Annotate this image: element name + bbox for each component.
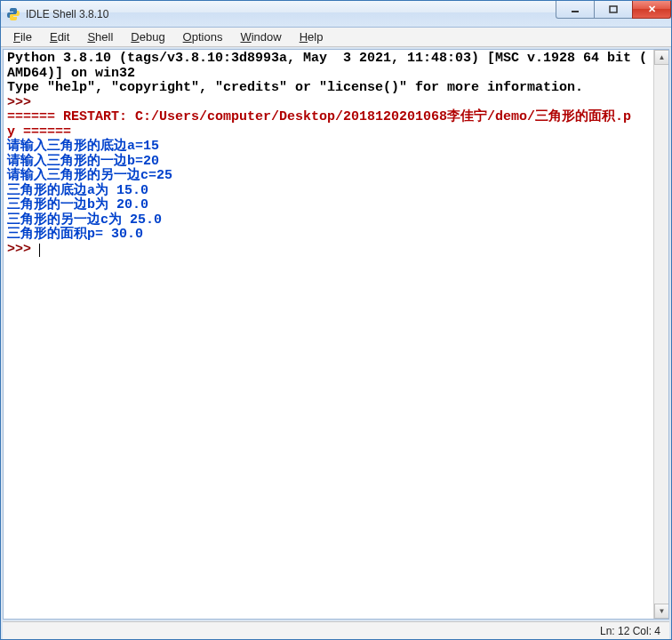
output-line: 三角形的一边b为 20.0 (7, 197, 148, 212)
banner-line: AMD64)] on win32 (7, 66, 135, 81)
menu-help[interactable]: Help (291, 28, 332, 45)
minimize-icon (571, 5, 580, 14)
shell-output[interactable]: Python 3.8.10 (tags/v3.8.10:3d8993a, May… (4, 50, 668, 619)
menu-window[interactable]: Window (231, 28, 290, 45)
statusbar: Ln: 12 Col: 4 (3, 621, 669, 639)
svg-rect-0 (572, 11, 579, 12)
text-cursor (39, 244, 40, 257)
minimize-button[interactable] (556, 1, 595, 19)
menu-edit[interactable]: Edit (41, 28, 78, 45)
close-icon: ✕ (648, 4, 656, 15)
output-line: 请输入三角形的一边b=20 (7, 154, 159, 169)
scroll-up-button[interactable]: ▲ (654, 50, 669, 65)
menu-shell[interactable]: Shell (78, 28, 122, 45)
menu-file[interactable]: File (4, 28, 41, 45)
chevron-down-icon: ▼ (659, 607, 666, 615)
editor-area: Python 3.8.10 (tags/v3.8.10:3d8993a, May… (3, 49, 669, 620)
menu-debug[interactable]: Debug (122, 28, 173, 45)
banner-line: Type "help", "copyright", "credits" or "… (7, 80, 583, 95)
titlebar: IDLE Shell 3.8.10 ✕ (1, 1, 671, 28)
window-controls: ✕ (556, 1, 671, 19)
restart-line: y ====== (7, 124, 71, 140)
output-line: 三角形的另一边c为 25.0 (7, 212, 162, 228)
output-line: 请输入三角形的另一边c=25 (7, 168, 172, 183)
output-line: 请输入三角形的底边a=15 (7, 139, 159, 154)
prompt: >>> (7, 95, 39, 110)
chevron-up-icon: ▲ (659, 53, 666, 61)
scroll-down-button[interactable]: ▼ (654, 604, 669, 619)
vertical-scrollbar[interactable]: ▲ ▼ (653, 50, 668, 619)
svg-rect-1 (610, 6, 617, 12)
close-button[interactable]: ✕ (632, 1, 671, 19)
output-line: 三角形的面积p= 30.0 (7, 227, 143, 242)
restart-line: ====== RESTART: C:/Users/computer/Deskto… (7, 109, 631, 124)
cursor-position: Ln: 12 Col: 4 (600, 625, 660, 637)
banner-line: Python 3.8.10 (tags/v3.8.10:3d8993a, May… (7, 51, 647, 66)
menubar: File Edit Shell Debug Options Window Hel… (1, 28, 671, 47)
maximize-icon (609, 5, 618, 14)
menu-options[interactable]: Options (174, 28, 232, 45)
maximize-button[interactable] (594, 1, 633, 19)
output-line: 三角形的底边a为 15.0 (7, 183, 148, 198)
app-icon (6, 7, 20, 21)
window-title: IDLE Shell 3.8.10 (26, 8, 108, 20)
prompt: >>> (7, 242, 39, 257)
